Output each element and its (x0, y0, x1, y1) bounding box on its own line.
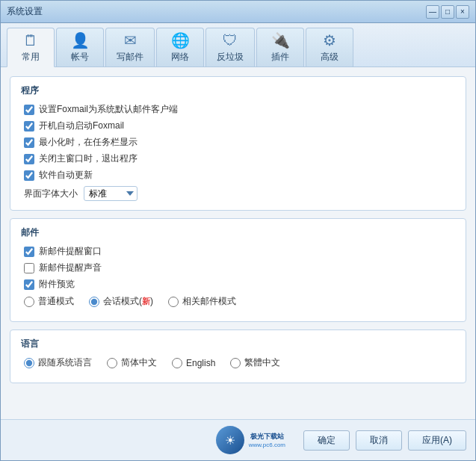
label-related-mode[interactable]: 相关邮件模式 (182, 295, 236, 308)
radio-simplified-chinese[interactable] (107, 358, 117, 368)
checkbox-default-client[interactable] (24, 105, 34, 115)
watermark-text-area: 极光下载站 www.pc6.com (249, 432, 285, 448)
antispam-icon: 🛡 (223, 32, 238, 49)
checkbox-attachment-preview[interactable] (24, 279, 34, 290)
tab-advanced[interactable]: ⚙ 高级 (306, 28, 353, 66)
minimize-button[interactable]: — (426, 5, 439, 19)
radio-related-mode[interactable] (168, 297, 179, 307)
mail-mode-radio-group: 普通模式 会话模式(新) 相关邮件模式 (21, 295, 455, 308)
system-settings-window: 系统设置 — □ × 🗒 常用 👤 帐号 ✉ 写邮件 🌐 网络 🛡 反垃圾 (0, 0, 476, 461)
site-url: www.pc6.com (249, 442, 285, 448)
label-traditional-chinese[interactable]: 繁體中文 (244, 356, 280, 369)
label-default-client[interactable]: 设置Foxmail为系统默认邮件客户端 (39, 103, 178, 116)
tab-network[interactable]: 🌐 网络 (156, 28, 204, 66)
mail-section-title: 邮件 (21, 226, 455, 239)
language-section: 语言 跟随系统语言 简体中文 English 繁體中文 (10, 329, 466, 383)
checkbox-row-default-client: 设置Foxmail为系统默认邮件客户端 (21, 103, 455, 116)
mail-section: 邮件 新邮件提醒窗口 新邮件提醒声音 附件预览 普通模式 (10, 218, 466, 322)
radio-item-english: English (172, 358, 215, 368)
radio-item-normal-mode: 普通模式 (24, 295, 74, 308)
tab-compose-label: 写邮件 (117, 51, 143, 64)
label-auto-update[interactable]: 软件自动更新 (39, 169, 93, 182)
language-radio-group: 跟随系统语言 简体中文 English 繁體中文 (21, 356, 455, 369)
window-controls: — □ × (426, 5, 469, 19)
tab-plugins[interactable]: 🔌 插件 (256, 28, 304, 66)
checkbox-row-new-mail-sound: 新邮件提醒声音 (21, 262, 455, 274)
program-section: 程序 设置Foxmail为系统默认邮件客户端 开机自动启动Foxmail 最小化… (10, 76, 466, 211)
label-follow-system[interactable]: 跟随系统语言 (38, 356, 92, 369)
tab-common-label: 常用 (22, 51, 40, 64)
tab-antispam[interactable]: 🛡 反垃圾 (205, 28, 255, 66)
checkbox-close-exit[interactable] (24, 154, 34, 164)
radio-normal-mode[interactable] (24, 297, 34, 307)
language-section-title: 语言 (21, 338, 455, 350)
label-new-mail-window[interactable]: 新邮件提醒窗口 (39, 245, 102, 258)
tab-bar: 🗒 常用 👤 帐号 ✉ 写邮件 🌐 网络 🛡 反垃圾 🔌 插件 ⚙ 高级 (1, 23, 475, 67)
cancel-button[interactable]: 取消 (356, 430, 402, 451)
network-icon: 🌐 (171, 31, 190, 49)
font-size-label: 界面字体大小 (24, 188, 78, 200)
label-new-mail-sound[interactable]: 新邮件提醒声音 (39, 262, 102, 274)
footer: ☀ 极光下载站 www.pc6.com 确定 取消 应用(A) (1, 419, 475, 460)
font-size-row: 界面字体大小 小 标准 大 超大 (21, 186, 455, 201)
checkbox-new-mail-sound[interactable] (24, 263, 34, 273)
tab-account-label: 帐号 (71, 51, 89, 64)
checkbox-row-attachment-preview: 附件预览 (21, 278, 455, 291)
window-title: 系统设置 (7, 5, 43, 18)
account-icon: 👤 (71, 31, 90, 49)
new-badge: 新 (142, 297, 150, 306)
label-minimize-tray[interactable]: 最小化时，在任务栏显示 (39, 136, 137, 149)
title-bar: 系统设置 — □ × (1, 1, 475, 23)
font-size-select[interactable]: 小 标准 大 超大 (84, 186, 137, 201)
radio-item-chat-mode: 会话模式(新) (89, 295, 153, 308)
advanced-icon: ⚙ (323, 31, 336, 49)
checkbox-new-mail-window[interactable] (24, 247, 34, 257)
checkbox-row-auto-start: 开机自动启动Foxmail (21, 120, 455, 132)
tab-plugins-label: 插件 (271, 51, 289, 64)
checkbox-auto-start[interactable] (24, 121, 34, 132)
compose-icon: ✉ (124, 31, 137, 49)
footer-right: ☀ 极光下载站 www.pc6.com 确定 取消 应用(A) (216, 426, 466, 454)
tab-advanced-label: 高级 (321, 51, 339, 64)
label-english[interactable]: English (186, 358, 215, 368)
site-name: 极光下载站 (250, 432, 284, 442)
confirm-button[interactable]: 确定 (303, 430, 350, 451)
plugins-icon: 🔌 (271, 31, 290, 49)
checkbox-row-auto-update: 软件自动更新 (21, 169, 455, 182)
watermark-area: ☀ 极光下载站 www.pc6.com (216, 426, 285, 454)
label-attachment-preview[interactable]: 附件预览 (39, 278, 75, 291)
tab-network-label: 网络 (171, 51, 189, 64)
maximize-button[interactable]: □ (441, 5, 454, 19)
checkbox-minimize-tray[interactable] (24, 137, 34, 148)
tab-compose[interactable]: ✉ 写邮件 (105, 28, 155, 66)
radio-item-traditional-chinese: 繁體中文 (230, 356, 280, 369)
content-area: 程序 设置Foxmail为系统默认邮件客户端 开机自动启动Foxmail 最小化… (1, 67, 475, 419)
label-auto-start[interactable]: 开机自动启动Foxmail (39, 120, 124, 132)
radio-english[interactable] (172, 358, 182, 368)
label-chat-mode[interactable]: 会话模式(新) (103, 295, 153, 308)
tab-account[interactable]: 👤 帐号 (56, 28, 104, 66)
tab-antispam-label: 反垃圾 (217, 51, 244, 64)
common-icon: 🗒 (23, 32, 38, 49)
label-close-exit[interactable]: 关闭主窗口时，退出程序 (39, 152, 137, 165)
checkbox-row-minimize-tray: 最小化时，在任务栏显示 (21, 136, 455, 149)
radio-item-follow-system: 跟随系统语言 (24, 356, 92, 369)
close-button[interactable]: × (456, 5, 469, 19)
checkbox-row-close-exit: 关闭主窗口时，退出程序 (21, 152, 455, 165)
radio-item-simplified-chinese: 简体中文 (107, 356, 157, 369)
checkbox-auto-update[interactable] (24, 170, 34, 181)
radio-item-related-mode: 相关邮件模式 (168, 295, 236, 308)
program-section-title: 程序 (21, 84, 455, 97)
tab-common[interactable]: 🗒 常用 (7, 28, 55, 67)
radio-chat-mode[interactable] (89, 297, 99, 307)
label-simplified-chinese[interactable]: 简体中文 (121, 356, 157, 369)
radio-follow-system[interactable] (24, 358, 34, 368)
radio-traditional-chinese[interactable] (230, 358, 241, 368)
checkbox-row-new-mail-window: 新邮件提醒窗口 (21, 245, 455, 258)
apply-button[interactable]: 应用(A) (408, 430, 466, 451)
watermark-logo: ☀ (216, 426, 244, 454)
label-normal-mode[interactable]: 普通模式 (38, 295, 74, 308)
